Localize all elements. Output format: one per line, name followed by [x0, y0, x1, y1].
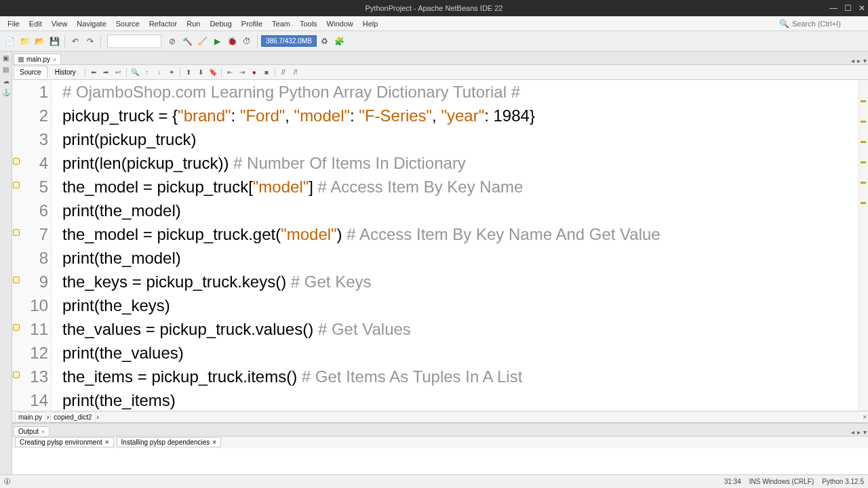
clean-build-button[interactable]: 🧹: [195, 35, 209, 48]
menu-refactor[interactable]: Refactor: [144, 18, 182, 29]
output-tab[interactable]: Output ×: [14, 426, 50, 436]
python-file-icon: [18, 57, 24, 62]
left-gutter: ▣ ▤ ☁ ⚓: [0, 52, 12, 474]
plugin-button[interactable]: 🧩: [333, 35, 347, 48]
services-tab-icon[interactable]: ☁: [1, 76, 11, 86]
cursor-position[interactable]: 31:34: [724, 478, 741, 485]
editor-sub-tabs: Source History ⬅ ➡ ↩ 🔍 ↑ ↓ ✦ ⬆ ⬇ 🔖 ⇤ ⇥ ●…: [12, 65, 868, 80]
find-next-icon[interactable]: ↓: [154, 67, 165, 78]
memory-indicator[interactable]: 386.7/432.0MB: [261, 35, 317, 47]
error-stripe[interactable]: [859, 80, 868, 411]
output-subtab-pylsp-deps[interactable]: Installing pylsp dependencies ×: [117, 437, 222, 447]
breadcrumb-close-icon[interactable]: ×: [863, 413, 867, 421]
menu-edit[interactable]: Edit: [24, 18, 47, 29]
close-subtab-icon[interactable]: ×: [105, 439, 109, 446]
tabs-menu-icon[interactable]: ▾: [863, 57, 867, 64]
scroll-tabs-left-icon[interactable]: ◂: [851, 428, 854, 436]
statusbar: 🛈 31:34 INS Windows (CRLF) Python 3.12.5: [0, 474, 868, 488]
separator: [64, 35, 65, 47]
output-subtab-pylsp-env[interactable]: Creating pylsp environment ×: [15, 437, 114, 447]
menu-navigate[interactable]: Navigate: [72, 18, 111, 29]
menu-profile[interactable]: Profile: [237, 18, 267, 29]
run-button[interactable]: ▶: [210, 35, 224, 48]
nav-forward-icon[interactable]: ➡: [100, 67, 111, 78]
undo-button[interactable]: ↶: [68, 35, 82, 48]
breadcrumb-file[interactable]: main.py: [15, 412, 45, 422]
line-gutter[interactable]: 1234567891011121314: [12, 80, 52, 411]
python-version[interactable]: Python 3.12.5: [822, 478, 864, 485]
separator: [221, 68, 222, 77]
next-bookmark-icon[interactable]: ⬇: [195, 67, 206, 78]
menu-tools[interactable]: Tools: [295, 18, 322, 29]
search-icon: 🔍: [779, 19, 789, 28]
menu-view[interactable]: View: [47, 18, 73, 29]
save-all-button[interactable]: 💾: [47, 35, 61, 48]
new-file-button[interactable]: 📄: [3, 35, 16, 48]
close-output-icon[interactable]: ×: [41, 428, 45, 435]
breadcrumb-sep: ›: [47, 413, 49, 421]
close-tab-icon[interactable]: ×: [53, 56, 56, 63]
toggle-bookmark-icon[interactable]: 🔖: [208, 67, 218, 78]
file-tab-label: main.py: [26, 56, 50, 63]
stop-button[interactable]: ⊘: [165, 35, 179, 48]
separator: [85, 68, 85, 77]
menu-file[interactable]: File: [3, 18, 24, 29]
separator: [257, 35, 258, 47]
uncomment-icon[interactable]: /!: [290, 67, 301, 78]
breadcrumb-member[interactable]: copied_dict2: [50, 412, 95, 422]
debug-button[interactable]: 🐞: [225, 35, 239, 48]
search-input[interactable]: [792, 20, 860, 28]
build-button[interactable]: 🔨: [180, 35, 194, 48]
toolbar: 📄 📁 📂 💾 ↶ ↷ ⊘ 🔨 🧹 ▶ 🐞 ⏱ 386.7/432.0MB ♻ …: [0, 31, 868, 52]
find-selection-icon[interactable]: 🔍: [130, 67, 140, 78]
close-subtab-icon[interactable]: ×: [212, 439, 216, 446]
notifications-icon[interactable]: 🛈: [4, 478, 11, 485]
menubar: File Edit View Navigate Source Refactor …: [0, 16, 868, 31]
macro-stop-icon[interactable]: ■: [261, 67, 272, 78]
line-ending[interactable]: INS Windows (CRLF): [749, 478, 814, 485]
main-area: ▣ ▤ ☁ ⚓ main.py × ◂ ▸ ▾ Source History ⬅…: [0, 52, 868, 474]
history-tab[interactable]: History: [49, 66, 82, 79]
nav-back-icon[interactable]: ⬅: [88, 67, 99, 78]
menu-source[interactable]: Source: [111, 18, 144, 29]
code-text[interactable]: # OjamboShop.com Learning Python Array D…: [52, 80, 859, 411]
code-area[interactable]: 1234567891011121314 # OjamboShop.com Lea…: [12, 80, 868, 411]
file-tabs: main.py × ◂ ▸ ▾: [12, 52, 868, 65]
scroll-tabs-left-icon[interactable]: ◂: [851, 57, 854, 64]
menu-help[interactable]: Help: [358, 18, 383, 29]
prev-bookmark-icon[interactable]: ⬆: [183, 67, 194, 78]
source-tab[interactable]: Source: [14, 66, 47, 79]
gc-button[interactable]: ♻: [318, 35, 332, 48]
config-combo[interactable]: [107, 35, 161, 48]
tabs-menu-icon[interactable]: ▾: [863, 428, 867, 436]
minimize-icon[interactable]: —: [829, 3, 837, 13]
shift-right-icon[interactable]: ⇥: [237, 67, 248, 78]
output-body[interactable]: [12, 448, 868, 474]
find-prev-icon[interactable]: ↑: [142, 67, 153, 78]
maximize-icon[interactable]: ☐: [844, 3, 852, 13]
navigator-tab-icon[interactable]: ⚓: [1, 87, 12, 98]
shift-left-icon[interactable]: ⇤: [224, 67, 235, 78]
menu-debug[interactable]: Debug: [205, 18, 236, 29]
breadcrumb-sep: ›: [97, 413, 99, 421]
macro-record-icon[interactable]: ●: [249, 67, 260, 78]
menu-run[interactable]: Run: [182, 18, 205, 29]
open-button[interactable]: 📂: [33, 35, 46, 48]
scroll-tabs-right-icon[interactable]: ▸: [857, 57, 861, 64]
new-project-button[interactable]: 📁: [18, 35, 31, 48]
separator: [100, 35, 101, 47]
file-tab-main[interactable]: main.py ×: [14, 54, 61, 64]
toggle-highlight-icon[interactable]: ✦: [166, 67, 177, 78]
projects-tab-icon[interactable]: ▣: [1, 53, 10, 63]
menu-window[interactable]: Window: [322, 18, 358, 29]
redo-button[interactable]: ↷: [83, 35, 97, 48]
nav-last-edit-icon[interactable]: ↩: [113, 67, 123, 78]
files-tab-icon[interactable]: ▤: [1, 64, 10, 75]
titlebar: PythonProject - Apache NetBeans IDE 22 —…: [0, 0, 868, 16]
close-icon[interactable]: ✕: [859, 3, 865, 13]
scroll-tabs-right-icon[interactable]: ▸: [857, 428, 861, 436]
output-tab-label: Output: [18, 428, 39, 435]
comment-icon[interactable]: //: [278, 67, 289, 78]
profile-button[interactable]: ⏱: [240, 35, 254, 48]
menu-team[interactable]: Team: [267, 18, 295, 29]
